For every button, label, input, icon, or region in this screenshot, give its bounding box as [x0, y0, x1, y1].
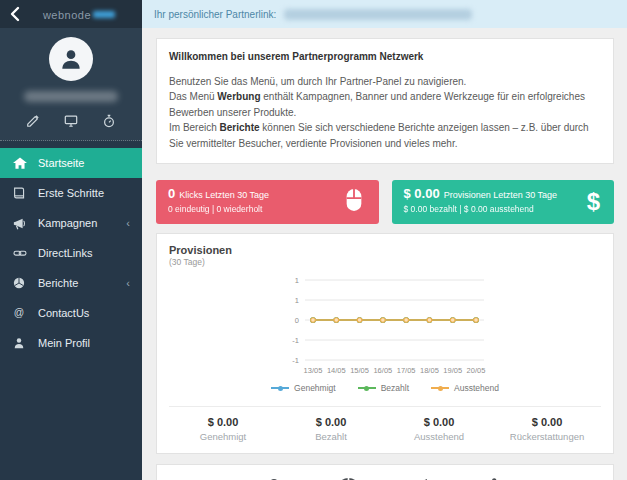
user-icon	[237, 475, 311, 480]
welcome-line-2: Das Menü Werbung enthält Kampagnen, Bann…	[169, 89, 601, 120]
user-icon	[13, 337, 27, 350]
chevron-left-icon: ‹	[126, 218, 130, 229]
profile-section	[0, 28, 142, 141]
welcome-card: Willkommen bei unserem Partnerprogramm N…	[156, 38, 614, 164]
summary-value: $ 0.00	[493, 416, 601, 428]
sidebar-item-mein-profil[interactable]: Mein Profil	[0, 328, 142, 358]
svg-text:17/05: 17/05	[397, 366, 416, 375]
stopwatch-icon[interactable]	[102, 114, 116, 128]
svg-text:1: 1	[295, 276, 299, 285]
sidebar-item-erste-schritte[interactable]: Erste Schritte	[0, 178, 142, 208]
quicklink-kampagnen[interactable]: Kampagnen	[385, 475, 459, 480]
summary-bezahlt: $ 0.00 Bezahlt	[277, 416, 385, 442]
sidebar: webnode Startseite Erste Schritte	[0, 0, 142, 480]
sidebar-menu: Startseite Erste Schritte Kampagnen ‹ Di…	[0, 141, 142, 358]
summary-label: Bezahlt	[277, 431, 385, 442]
sidebar-item-startseite[interactable]: Startseite	[0, 148, 142, 178]
svg-text:13/05: 13/05	[304, 366, 323, 375]
username-redacted	[24, 91, 118, 102]
sidebar-item-label: ContactUs	[38, 307, 89, 319]
commissions-summary: $ 0.00 Genehmigt $ 0.00 Bezahlt $ 0.00 A…	[169, 406, 601, 453]
chevron-left-icon: ‹	[126, 278, 130, 289]
sidebar-item-berichte[interactable]: Berichte ‹	[0, 268, 142, 298]
partner-link-redacted[interactable]	[284, 9, 472, 20]
hand-pointer-icon	[459, 475, 533, 480]
clicks-sub: 0 eindeutig | 0 wiederholt	[168, 204, 367, 214]
svg-text:18/05: 18/05	[420, 366, 439, 375]
sidebar-item-directlinks[interactable]: DirectLinks	[0, 238, 142, 268]
stat-tiles: 0 Klicks Letzten 30 Tage 0 eindeutig | 0…	[156, 180, 614, 224]
pie-chart-icon	[311, 475, 385, 480]
welcome-line-3: Im Bereich Berichte können Sie sich vers…	[169, 120, 601, 151]
summary-genehmigt: $ 0.00 Genehmigt	[169, 416, 277, 442]
svg-text:16/05: 16/05	[373, 366, 392, 375]
avatar	[49, 37, 93, 81]
sidebar-item-label: Mein Profil	[38, 337, 90, 349]
logo-suffix-redacted	[93, 11, 115, 18]
sidebar-item-label: Kampagnen	[38, 217, 97, 229]
summary-label: Ausstehend	[385, 431, 493, 442]
legend-item-ausstehend: Ausstehend	[431, 383, 499, 393]
legend-swatch-genehmigt	[271, 387, 289, 389]
mouse-icon	[343, 187, 365, 217]
profile-actions	[0, 114, 142, 128]
partner-link-label: Ihr persönlicher Partnerlink:	[154, 9, 276, 20]
clicks-tile: 0 Klicks Letzten 30 Tage 0 eindeutig | 0…	[156, 180, 379, 224]
summary-value: $ 0.00	[169, 416, 277, 428]
summary-rueckerstattungen: $ 0.00 Rückerstattungen	[493, 416, 601, 442]
commissions-label: Provisionen Letzten 30 Tage	[444, 190, 557, 200]
clicks-label: Klicks Letzten 30 Tage	[179, 190, 269, 200]
quicklink-berichte[interactable]: Berichte	[311, 475, 385, 480]
legend-item-genehmigt: Genehmigt	[271, 383, 336, 393]
content: Willkommen bei unserem Partnerprogramm N…	[142, 28, 627, 480]
affiliate-dashboard: webnode Startseite Erste Schritte	[0, 0, 627, 480]
topbar: Ihr persönlicher Partnerlink:	[142, 0, 627, 28]
monitor-icon[interactable]	[64, 114, 78, 128]
svg-text:15/05: 15/05	[350, 366, 369, 375]
quicklink-directlinks[interactable]: DirectLinks	[533, 475, 607, 480]
welcome-title: Willkommen bei unserem Partnerprogramm N…	[169, 49, 601, 65]
pencil-icon[interactable]	[26, 114, 40, 128]
pie-chart-icon	[13, 277, 27, 290]
user-avatar-icon	[58, 46, 84, 72]
dollar-icon: $	[587, 190, 600, 214]
sidebar-item-contactus[interactable]: @ ContactUs	[0, 298, 142, 328]
quicklink-tutorial-video[interactable]: Affiliate panel tutorial video	[163, 475, 237, 480]
commissions-tile: $ 0.00 Provisionen Letzten 30 Tage $ 0.0…	[392, 180, 615, 224]
svg-text:14/05: 14/05	[327, 366, 346, 375]
quicklink-mein-profil[interactable]: Mein Profil	[237, 475, 311, 480]
chart-legend: Genehmigt Bezahlt Ausstehend	[169, 383, 601, 393]
megaphone-icon	[385, 475, 459, 480]
svg-text:19/05: 19/05	[443, 366, 462, 375]
summary-label: Genehmigt	[169, 431, 277, 442]
chain-icon	[533, 475, 607, 480]
clicks-value: 0	[168, 186, 175, 201]
sidebar-item-label: DirectLinks	[38, 247, 92, 259]
logo: webnode	[24, 5, 134, 23]
commissions-chart-card: Provisionen (30 Tage) 110-1-113/0514/051…	[156, 233, 614, 454]
svg-text:@: @	[14, 307, 24, 318]
summary-label: Rückerstattungen	[493, 431, 601, 442]
legend-swatch-ausstehend	[431, 387, 449, 389]
svg-text:0: 0	[295, 316, 299, 325]
quicklink-banner-links[interactable]: Banner & Links	[459, 475, 533, 480]
summary-value: $ 0.00	[385, 416, 493, 428]
chevron-left-icon[interactable]	[8, 6, 24, 22]
sidebar-item-label: Startseite	[38, 157, 84, 169]
chart-area: 110-1-113/0514/0515/0516/0517/0518/0519/…	[169, 273, 601, 393]
logo-text: webnode	[43, 9, 91, 21]
main-area: Ihr persönlicher Partnerlink: Willkommen…	[142, 0, 627, 480]
quicklinks-card: Affiliate panel tutorial video Mein Prof…	[156, 464, 614, 480]
commissions-chart-svg: 110-1-113/0514/0515/0516/0517/0518/0519/…	[278, 273, 492, 377]
svg-text:-1: -1	[292, 336, 299, 345]
sidebar-item-label: Berichte	[38, 277, 78, 289]
legend-item-bezahlt: Bezahlt	[358, 383, 409, 393]
sidebar-item-kampagnen[interactable]: Kampagnen ‹	[0, 208, 142, 238]
svg-text:20/05: 20/05	[467, 366, 486, 375]
chart-subtitle: (30 Tage)	[169, 257, 601, 267]
book-icon	[13, 187, 27, 200]
megaphone-icon	[13, 217, 27, 230]
svg-text:-1: -1	[292, 356, 299, 365]
summary-ausstehend: $ 0.00 Ausstehend	[385, 416, 493, 442]
sidebar-logo-bar: webnode	[0, 0, 142, 28]
